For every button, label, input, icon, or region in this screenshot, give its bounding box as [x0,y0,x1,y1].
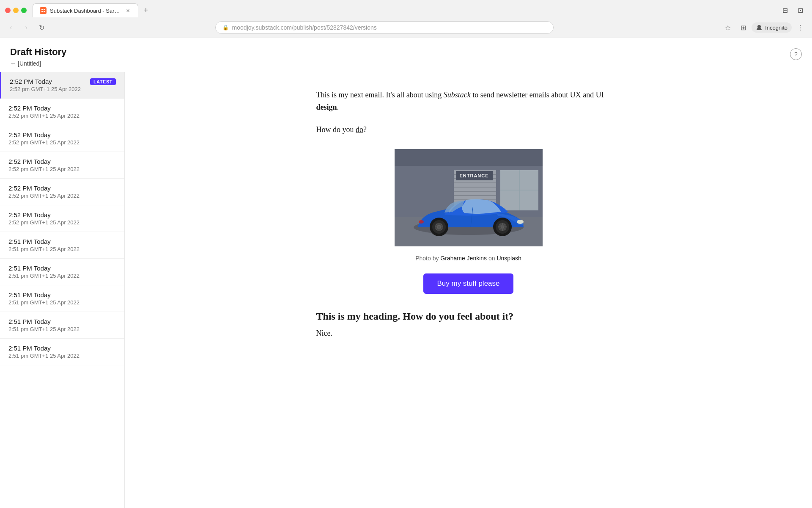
tab-title: Substack Dashboard - Sarah's [50,8,121,14]
article-content: This is my next email. It's all about us… [316,89,621,492]
svg-text:ENTRANCE: ENTRANCE [459,173,488,178]
sidebar-item-9[interactable]: 2:51 PM Today 2:51 pm GMT+1 25 Apr 2022 [0,312,124,339]
lock-icon: 🔒 [222,25,229,30]
back-link-label: [Untitled] [18,60,41,67]
caption-prefix: Photo by [415,255,440,262]
traffic-lights [5,8,27,13]
back-arrow-icon: ← [10,60,16,67]
svg-rect-2 [41,11,43,12]
latest-badge: LATEST [90,78,116,85]
substack-italic: Substack [444,91,471,99]
sidebar: 2:52 PM Today LATEST 2:52 pm GMT+1 25 Ap… [0,72,125,508]
sidebar-date: 2:52 pm GMT+1 25 Apr 2022 [8,219,116,226]
sidebar-item-header: 2:52 PM Today [8,185,116,192]
sidebar-item-5[interactable]: 2:52 PM Today 2:52 pm GMT+1 25 Apr 2022 [0,205,124,232]
sidebar-time: 2:51 PM Today [8,265,51,272]
sidebar-item-2[interactable]: 2:52 PM Today 2:52 pm GMT+1 25 Apr 2022 [0,125,124,152]
article-heading: This is my heading. How do you feel abou… [316,311,621,322]
sidebar-time: 2:52 PM Today [8,105,51,112]
article-nice-text: Nice. [316,329,621,338]
sidebar-item-10[interactable]: 2:51 PM Today 2:51 pm GMT+1 25 Apr 2022 [0,339,124,365]
sidebar-date: 2:51 pm GMT+1 25 Apr 2022 [8,246,116,252]
sidebar-item-8[interactable]: 2:51 PM Today 2:51 pm GMT+1 25 Apr 2022 [0,285,124,312]
article-question: How do you do? [316,124,621,136]
new-tab-button[interactable]: + [140,5,152,17]
question-end: ? [363,125,367,134]
minimize-traffic-light[interactable] [13,8,19,13]
help-button[interactable]: ? [790,48,802,60]
minimize-button[interactable]: ⊟ [778,4,792,17]
tab-close-button[interactable]: ✕ [124,7,131,14]
forward-button[interactable]: › [20,22,32,33]
caption-middle: on [487,255,497,262]
back-link[interactable]: ← [Untitled] [10,60,66,67]
sidebar-item-header: 2:52 PM Today [8,105,116,112]
question-underline: do [356,125,363,134]
sidebar-time: 2:51 PM Today [8,345,51,352]
paragraph-text-2: to send newsletter emails about UX and U… [471,91,604,99]
sidebar-item-1[interactable]: 2:52 PM Today 2:52 pm GMT+1 25 Apr 2022 [0,99,124,125]
car-image: ENTRANCE [395,149,543,246]
paragraph-text-1: This is my next email. It's all about us… [316,91,444,99]
sidebar-item-3[interactable]: 2:52 PM Today 2:52 pm GMT+1 25 Apr 2022 [0,152,124,179]
incognito-icon [756,24,763,31]
close-traffic-light[interactable] [5,8,11,13]
address-text: moodjoy.substack.com/publish/post/528278… [232,24,546,31]
photographer-link[interactable]: Grahame Jenkins [440,255,487,262]
svg-rect-0 [41,9,43,10]
svg-point-41 [419,220,424,224]
sidebar-date: 2:52 pm GMT+1 25 Apr 2022 [10,86,116,92]
sidebar-item-header: 2:52 PM Today LATEST [10,78,116,85]
sidebar-time: 2:51 PM Today [8,318,51,325]
sidebar-date: 2:51 pm GMT+1 25 Apr 2022 [8,353,116,359]
image-caption: Photo by Grahame Jenkins on Unsplash [316,255,621,262]
address-bar-row: ‹ › ↻ 🔒 moodjoy.substack.com/publish/pos… [0,17,812,38]
tab-bar: Substack Dashboard - Sarah's ✕ + ⊟ ⊡ [0,0,812,17]
sidebar-date: 2:52 pm GMT+1 25 Apr 2022 [8,166,116,172]
reload-button[interactable]: ↻ [36,22,47,33]
active-tab[interactable]: Substack Dashboard - Sarah's ✕ [33,3,138,17]
sidebar-time: 2:51 PM Today [8,238,51,245]
browser-chrome: Substack Dashboard - Sarah's ✕ + ⊟ ⊡ ‹ ›… [0,0,812,38]
maximize-traffic-light[interactable] [21,8,27,13]
sidebar-item-6[interactable]: 2:51 PM Today 2:51 pm GMT+1 25 Apr 2022 [0,232,124,259]
question-text: How do you [316,125,356,134]
address-bar[interactable]: 🔒 moodjoy.substack.com/publish/post/5282… [215,21,554,34]
sidebar-item-header: 2:51 PM Today [8,265,116,272]
cta-button[interactable]: Buy my stuff please [423,273,513,294]
sidebar-date: 2:51 pm GMT+1 25 Apr 2022 [8,326,116,332]
sidebar-item-header: 2:51 PM Today [8,318,116,325]
sidebar-item-0[interactable]: 2:52 PM Today LATEST 2:52 pm GMT+1 25 Ap… [0,72,124,99]
expand-button[interactable]: ⊡ [793,4,807,17]
sidebar-time: 2:52 PM Today [8,185,51,192]
sidebar-date: 2:51 pm GMT+1 25 Apr 2022 [8,273,116,279]
sidebar-item-header: 2:51 PM Today [8,238,116,245]
tab-bar-right: ⊟ ⊡ [778,4,807,17]
sidebar-item-7[interactable]: 2:51 PM Today 2:51 pm GMT+1 25 Apr 2022 [0,259,124,285]
sidebar-item-header: 2:52 PM Today [8,131,116,138]
sidebar-time: 2:51 PM Today [8,291,51,298]
paragraph-end: . [337,103,339,111]
incognito-label: Incognito [765,25,787,31]
platform-link[interactable]: Unsplash [497,255,521,262]
sidebar-item-header: 2:51 PM Today [8,345,116,352]
article-image-container: ENTRANCE [316,149,621,248]
page-header: Draft History ← [Untitled] ? [0,38,812,72]
more-button[interactable]: ⋮ [793,21,807,34]
incognito-badge: Incognito [752,22,792,33]
bookmark-button[interactable]: ☆ [721,21,735,34]
sidebar-time: 2:52 PM Today [8,158,51,165]
tab-favicon [40,7,47,14]
sidebar-item-4[interactable]: 2:52 PM Today 2:52 pm GMT+1 25 Apr 2022 [0,179,124,205]
svg-rect-3 [44,11,45,12]
browser-actions: ☆ ⊞ Incognito ⋮ [721,21,807,34]
article-paragraph-1: This is my next email. It's all about us… [316,89,621,113]
back-button[interactable]: ‹ [5,22,17,33]
content-area: This is my next email. It's all about us… [125,72,812,508]
sidebar-time: 2:52 PM Today [8,131,51,138]
main-content: 2:52 PM Today LATEST 2:52 pm GMT+1 25 Ap… [0,72,812,508]
sidebar-item-header: 2:52 PM Today [8,211,116,218]
extensions-button[interactable]: ⊞ [736,21,750,34]
sidebar-item-header: 2:52 PM Today [8,158,116,165]
cta-button-container: Buy my stuff please [316,273,621,294]
